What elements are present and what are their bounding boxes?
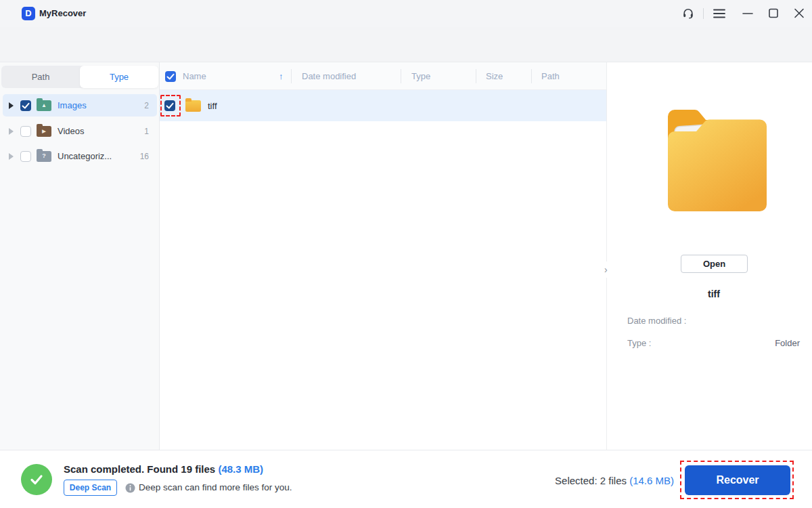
titlebar-divider [703,8,704,19]
column-date-modified[interactable]: Date modified [302,62,356,90]
maximize-icon[interactable] [767,8,780,20]
deep-scan-button[interactable]: Deep Scan [64,480,117,496]
file-name: tiff [208,101,217,111]
selected-count: Selected: 2 files [555,475,629,486]
sidebar-item-images[interactable]: ▲ Images 2 [3,94,157,117]
table-row-tiff[interactable]: tiff [160,90,606,121]
select-all-checkbox[interactable] [165,71,176,82]
column-type[interactable]: Type [411,62,430,90]
column-divider [401,69,401,83]
column-divider [291,69,292,83]
videos-checkbox[interactable] [20,126,31,137]
close-icon[interactable] [793,8,805,20]
expander-icon[interactable] [9,102,14,109]
success-check-icon [21,464,52,495]
column-divider [531,69,532,83]
file-list-header: Name ↑ Date modified Type Size Path [160,62,606,90]
open-button[interactable]: Open [681,255,748,273]
images-folder-icon: ▲ [37,100,51,111]
item-count: 1 [144,127,149,136]
uncategorized-checkbox[interactable] [20,151,31,162]
videos-folder-icon: ▶ [37,126,51,137]
sidebar-tabs: Path Type [1,66,158,88]
file-list: Name ↑ Date modified Type Size Path tiff [160,62,606,450]
date-modified-label: Date modified : [627,316,686,326]
info-icon [125,483,135,493]
status-bar: Scan completed. Found 19 files (48.3 MB)… [0,450,812,508]
minimize-icon[interactable] [742,8,754,20]
menu-icon[interactable] [713,8,725,20]
collapse-panel-icon[interactable]: › [603,261,609,278]
sidebar-item-label: Uncategoriz... [58,151,112,161]
app-title: MyRecover [39,0,86,27]
uncategorized-folder-icon: ? [37,151,51,162]
row-checkbox[interactable] [164,100,175,111]
large-folder-icon [653,96,775,211]
recover-button[interactable]: Recover [685,465,790,495]
item-count: 16 [140,152,149,161]
tab-path[interactable]: Path [1,66,80,88]
column-path[interactable]: Path [541,62,560,90]
selected-summary: Selected: 2 files (14.6 MB) [474,475,674,486]
preview-panel: › Open tiff Date modified : Type : Folde… [606,62,812,450]
selected-size: (14.6 MB) [629,475,674,486]
headset-icon[interactable] [682,7,694,20]
sidebar-item-uncategorized[interactable]: ? Uncategoriz... 16 [3,145,157,167]
sidebar-item-videos[interactable]: ▶ Videos 1 [3,120,157,142]
scan-message: Scan completed. Found 19 files [64,463,218,475]
deep-scan-hint: Deep scan can find more files for you. [139,482,292,492]
myrecover-window: D MyRecover [0,0,812,508]
preview-file-name: tiff [675,289,753,299]
sidebar-item-label: Videos [58,126,85,136]
expander-icon[interactable] [9,128,14,135]
item-count: 2 [144,101,149,110]
sort-arrow-icon[interactable]: ↑ [279,62,284,90]
title-bar: D MyRecover [0,0,812,27]
type-value: Folder [775,338,800,348]
folder-icon [185,100,201,112]
app-logo-icon: D [22,7,35,20]
column-size[interactable]: Size [486,62,503,90]
sidebar: Path Type ▲ Images 2 ▶ Videos 1 ? Uncate… [0,62,160,450]
sidebar-item-label: Images [58,100,87,110]
column-name[interactable]: Name [183,62,206,90]
images-checkbox[interactable] [20,100,31,111]
scan-size: (48.3 MB) [218,463,263,475]
expander-icon[interactable] [9,153,14,160]
tab-type[interactable]: Type [80,66,158,88]
scan-status-text: Scan completed. Found 19 files (48.3 MB) [64,463,263,475]
toolbar: Back [0,27,812,62]
type-label: Type : [627,338,651,348]
column-divider [476,69,476,83]
